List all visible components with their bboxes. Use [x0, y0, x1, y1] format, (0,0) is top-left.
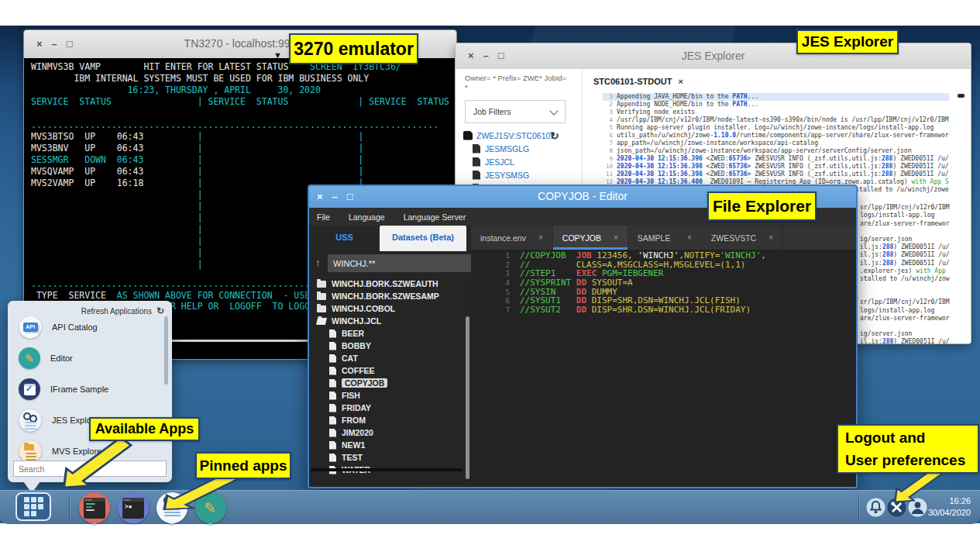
text-segment: utils_path=/u/winchj/zowe- [617, 132, 714, 139]
text-segment: 288 [882, 260, 893, 267]
app-menu-item-editor[interactable]: ✎Editor [8, 343, 163, 374]
log-fragment-line [860, 291, 970, 298]
line-number: 11 [603, 171, 613, 178]
tree-item-winchj.bork.szwesamp[interactable]: WINCHJ.BORK.SZWESAMP [309, 290, 464, 302]
dataset-tree-vscrollbar[interactable] [466, 316, 469, 479]
log-fragment-line: are/zlux-server-framewor [860, 220, 970, 228]
job-icon [463, 131, 473, 140]
tree-item-test[interactable]: TEST [309, 451, 464, 464]
tree-item-beer[interactable]: BEER [309, 327, 464, 340]
text-segment: ) ZWED0051I /u/ [893, 338, 949, 343]
text-segment: 1.10.0 [714, 132, 736, 139]
file-icon [329, 441, 336, 450]
tree-item-winchj.jcl[interactable]: WINCHJ.JCL [309, 315, 464, 327]
menu-language-server[interactable]: Language Server [404, 212, 466, 222]
tree-item-label: BOBBY [342, 341, 371, 350]
taskbar-app-tn3270[interactable] [79, 492, 110, 523]
tree-item-label: FROM [342, 416, 366, 425]
menu-file[interactable]: File [317, 212, 330, 222]
log-line: 1Appending JAVA_HOME/bin to the PATH... [603, 93, 949, 101]
close-icon[interactable]: × [687, 233, 692, 242]
jes-tree-item-label: JESJCL [485, 157, 514, 167]
jes-tree-item-jesjcl[interactable]: JESJCL [463, 155, 579, 168]
line-number: 7 [471, 305, 510, 315]
spool-file-icon [473, 171, 480, 180]
line-number: 2 [603, 101, 613, 109]
line-number: 4 [471, 278, 510, 288]
editor-tab-sample[interactable]: SAMPLE× [628, 226, 702, 250]
close-icon[interactable]: × [678, 77, 683, 86]
menu-language[interactable]: Language [349, 212, 385, 222]
tree-item-jim2020[interactable]: JIM2020 [309, 426, 464, 439]
tree-item-label: CAT [342, 354, 358, 363]
log-fragment-line: are/zlux-server-framewor [860, 315, 970, 323]
editor-panel-tabs: USS Datasets (Beta) [309, 226, 471, 250]
terminal-line: SESSMGR DOWN 06:43 | | [31, 154, 449, 166]
dataset-search-input[interactable] [328, 254, 472, 272]
line-number: 5 [603, 124, 613, 132]
line-number: 1 [471, 251, 510, 260]
text-segment: PATH [732, 101, 747, 108]
text-segment: MVS3BNV UP 06:43 [31, 143, 198, 154]
text-segment: are/zlux-server-framewor [860, 315, 950, 322]
screenshot-stage: × – □ TN3270 - localhost:992 ▼ WINMVS3B … [0, 0, 980, 552]
arrow-up-icon[interactable]: ↑ [315, 257, 321, 268]
tab-uss[interactable]: USS [309, 226, 380, 250]
text-segment: Verifying node exists [617, 109, 695, 116]
editor-tab-copyjob[interactable]: COPYJOB× [553, 226, 628, 250]
jes-tree-root-job[interactable]: ZWEJ1SV:STC06101 [463, 129, 579, 142]
text-segment: 288 [882, 171, 892, 178]
jes-output-tab[interactable]: STC06101-STDOUT × [593, 77, 683, 86]
tree-item-new1[interactable]: NEW1 [309, 439, 464, 451]
taskbar: >▪✎ 16:26 30/04/2020 [0, 490, 980, 524]
jes-tree-item-jesysmsg[interactable]: JESYSMSG [463, 168, 579, 181]
text-segment: /usr/lpp/IBM/cnj/v12r0/IBM/node-latest-o… [617, 116, 949, 123]
refresh-icon[interactable]: ↻ [550, 129, 559, 142]
text-segment: | [358, 131, 363, 142]
annotation-logout-preferences: Logout and User preferences [837, 424, 979, 474]
editor-tab-zwesvstc[interactable]: ZWESVSTC× [702, 226, 783, 250]
tree-item-winchj.cobol[interactable]: WINCHJ.COBOL [309, 302, 464, 315]
editor-code-area[interactable]: 1//COPYJOB JOB 123456, 'WINCHJ',NOTIFY='… [471, 250, 856, 487]
iframe-sample-icon: ✓ [19, 378, 40, 400]
app-menu-scrollbar[interactable] [164, 316, 168, 385]
start-menu-button[interactable] [15, 492, 51, 521]
text-segment: ig/server.json [860, 236, 912, 243]
jes-tree-item-jesmsglg[interactable]: JESMSGLG [463, 142, 579, 155]
editor-tab-instance.env[interactable]: instance.env× [471, 226, 553, 250]
 [86, 509, 95, 511]
dataset-tree-hscrollbar[interactable] [311, 468, 462, 471]
app-menu-item-api-catalog[interactable]: APIAPI Catalog [8, 312, 163, 343]
text-segment: logs/install-app.log [860, 212, 934, 219]
close-icon[interactable]: × [769, 233, 773, 242]
taskbar-app-vt-terminal[interactable]: >▪ [118, 492, 149, 523]
text-segment: logs/install-app.log [860, 307, 934, 314]
tree-item-from[interactable]: FROM [309, 414, 464, 426]
jes-owner-filter: Owner= * Prefix= ZWE* JobId= * [465, 74, 575, 92]
tree-item-bobby[interactable]: BOBBY [309, 340, 464, 352]
jes-output-tab-label: STC06101-STDOUT [593, 77, 672, 86]
tree-item-friday[interactable]: FRIDAY [309, 402, 464, 414]
log-fragment-line: sr/lpp/IBM/cnj/v12r0/IBM [860, 204, 970, 212]
tree-item-label: COPYJOB [342, 378, 387, 388]
app-menu-item-iframe-sample[interactable]: ✓IFrame Sample [8, 374, 163, 405]
notifications-bell-icon[interactable] [866, 498, 885, 517]
job-filters-dropdown[interactable]: Job Filters [465, 100, 566, 123]
text-segment: 2020-04-30 12:15:36.398 [617, 171, 703, 178]
text-segment: | [358, 143, 363, 154]
log-fragment-line: il.js:288) ZWED0051I /u/ [860, 251, 970, 259]
tree-item-copyjob[interactable]: COPYJOB [309, 377, 464, 389]
terminal-window-icon: >▪ [122, 498, 144, 519]
chevron-down-icon [549, 106, 558, 115]
tree-item-winchj.bork.szweauth[interactable]: WINCHJ.BORK.SZWEAUTH [309, 278, 464, 290]
tab-datasets[interactable]: Datasets (Beta) [380, 226, 466, 251]
jes-log-scrollbar[interactable] [958, 94, 965, 98]
document-lines-icon [25, 422, 36, 431]
tree-item-cat[interactable]: CAT [309, 352, 464, 364]
text-segment [203, 166, 359, 177]
close-icon[interactable]: × [538, 233, 543, 242]
folder-icon [317, 293, 326, 300]
tree-item-fish[interactable]: FISH [309, 389, 464, 402]
tree-item-coffee[interactable]: COFFEE [309, 364, 464, 377]
close-icon[interactable]: × [614, 233, 618, 242]
